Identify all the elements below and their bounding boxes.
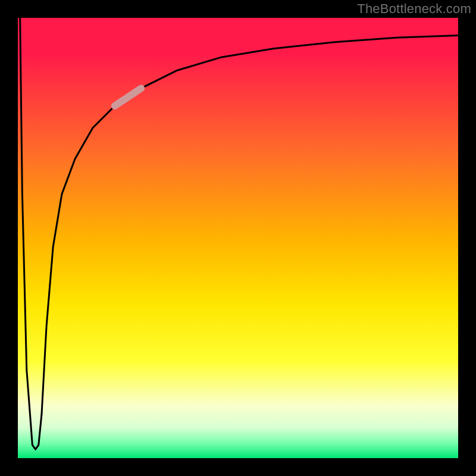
chart-frame: TheBottleneck.com [0, 0, 476, 476]
chart-svg [0, 0, 476, 476]
watermark-text: TheBottleneck.com [357, 1, 471, 17]
plot-background [18, 18, 458, 458]
